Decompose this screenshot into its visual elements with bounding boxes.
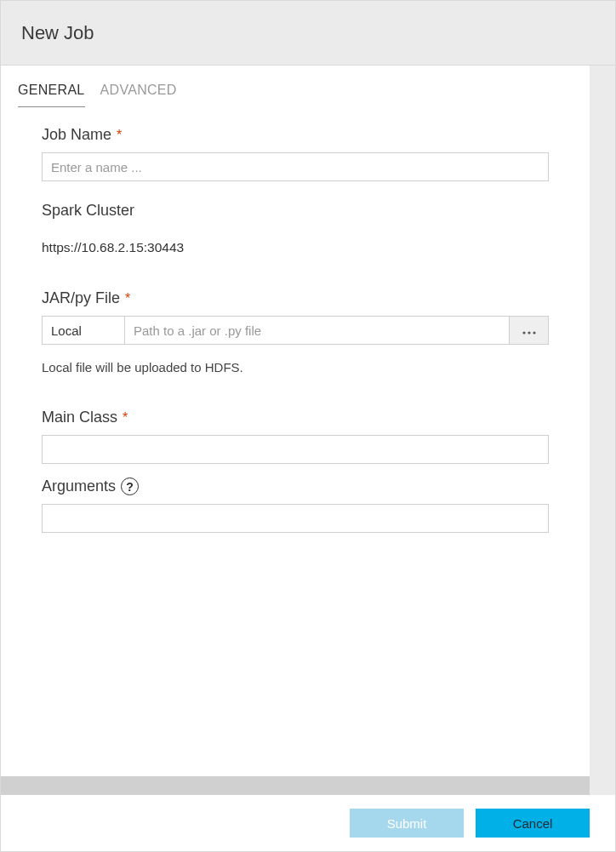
dialog-body: GENERAL ADVANCED Job Name * Spark Cluste… [1, 66, 615, 776]
main-class-group: Main Class * [42, 409, 549, 464]
jar-file-group: JAR/py File * Local [42, 289, 549, 375]
job-name-group: Job Name * [42, 126, 549, 181]
spark-cluster-label-text: Spark Cluster [42, 202, 134, 220]
right-gutter [590, 66, 615, 776]
tab-general[interactable]: GENERAL [18, 77, 85, 107]
job-name-label-text: Job Name [42, 126, 111, 144]
tab-bar: GENERAL ADVANCED [18, 77, 573, 107]
arguments-label: Arguments ? [42, 477, 549, 495]
cancel-button[interactable]: Cancel [476, 809, 590, 838]
required-star-icon: * [125, 291, 130, 306]
dots-horizontal-icon [522, 322, 537, 340]
jar-path-input[interactable] [125, 316, 510, 345]
status-strip [1, 776, 590, 795]
dialog-title: New Job [21, 22, 94, 44]
jar-source-select[interactable]: Local [42, 316, 125, 345]
content-panel: GENERAL ADVANCED Job Name * Spark Cluste… [1, 66, 590, 776]
spark-cluster-value: https://10.68.2.15:30443 [42, 235, 549, 255]
jar-file-label-text: JAR/py File [42, 289, 120, 307]
job-name-label: Job Name * [42, 126, 549, 144]
dialog-header: New Job [1, 1, 615, 66]
arguments-input[interactable] [42, 504, 549, 533]
jar-file-hint: Local file will be uploaded to HDFS. [42, 360, 549, 375]
arguments-group: Arguments ? [42, 477, 549, 533]
spark-cluster-group: Spark Cluster https://10.68.2.15:30443 [42, 202, 549, 255]
required-star-icon: * [123, 410, 128, 426]
dialog-footer: Submit Cancel [1, 795, 615, 851]
arguments-label-text: Arguments [42, 477, 116, 495]
main-class-input[interactable] [42, 435, 549, 464]
required-star-icon: * [117, 128, 122, 143]
jar-file-row: Local [42, 316, 549, 345]
jar-source-selected: Local [51, 323, 82, 338]
tab-advanced[interactable]: ADVANCED [100, 77, 177, 107]
job-name-input[interactable] [42, 152, 549, 181]
svg-point-2 [533, 331, 535, 334]
browse-button[interactable] [510, 316, 549, 345]
main-class-label-text: Main Class [42, 409, 117, 426]
svg-point-0 [522, 331, 525, 334]
help-icon[interactable]: ? [121, 477, 139, 495]
svg-point-1 [528, 331, 530, 334]
spark-cluster-label: Spark Cluster [42, 202, 549, 220]
form-area: Job Name * Spark Cluster https://10.68.2… [18, 126, 573, 533]
submit-button[interactable]: Submit [350, 809, 464, 838]
main-class-label: Main Class * [42, 409, 549, 426]
jar-file-label: JAR/py File * [42, 289, 549, 307]
dialog-frame: New Job GENERAL ADVANCED Job Name * [0, 0, 616, 852]
